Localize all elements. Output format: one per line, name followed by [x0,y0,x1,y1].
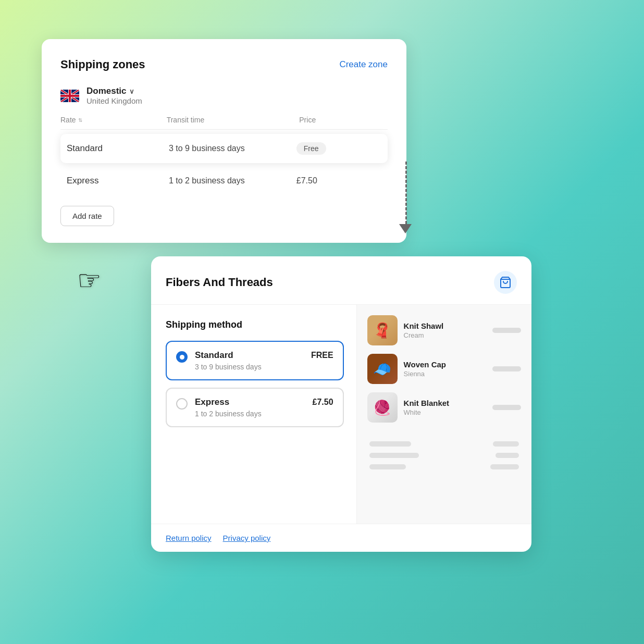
shipping-zones-card: Shipping zones Create zone Domestic ∨ Un… [42,39,406,243]
product-price-placeholder-cap [492,366,521,371]
product-item-blanket: 🧶 Knit Blanket White [367,392,521,423]
skeleton-row-1 [367,441,521,447]
add-rate-button[interactable]: Add rate [60,206,114,226]
standard-rate-price: Free [296,142,381,155]
product-name-blanket: Knit Blanket [404,399,486,407]
standard-option-price: FREE [311,351,333,360]
product-variant-shawl: Cream [404,331,486,339]
storefront-footer: Return policy Privacy policy [151,524,531,552]
rates-table: Rate ⇅ Transit time Price Standard 3 to … [60,116,388,194]
standard-option-name: Standard [195,350,233,361]
uk-flag-icon [60,90,79,102]
product-variant-cap: Sienna [404,370,486,378]
skel-3b [490,464,519,469]
shipping-zones-title: Shipping zones [60,58,145,71]
express-rate-name: Express [67,176,169,186]
chevron-down-icon: ∨ [129,88,134,95]
storefront-title: Fibers And Threads [166,276,273,289]
product-variant-blanket: White [404,408,486,416]
standard-shipping-option[interactable]: Standard FREE 3 to 9 business days [166,341,344,380]
express-option-name: Express [195,397,229,407]
standard-option-details: Standard FREE 3 to 9 business days [195,350,333,371]
express-rate-row[interactable]: Express 1 to 2 business days £7.50 [60,167,388,194]
express-option-time: 1 to 2 business days [195,410,333,418]
storefront-header: Fibers And Threads [151,256,531,305]
cursor-icon: ☞ [77,265,102,296]
express-rate-price: £7.50 [296,176,381,185]
zone-name[interactable]: Domestic ∨ [86,86,142,96]
dashed-line [405,162,407,224]
product-name-cap: Woven Cap [404,360,486,369]
express-rate-transit: 1 to 2 business days [169,176,296,185]
create-zone-button[interactable]: Create zone [339,59,388,70]
zone-info: Domestic ∨ United Kingdom [86,86,142,105]
arrow-head-icon [399,224,412,233]
products-panel: 🧣 Knit Shawl Cream 🧢 Woven Cap Sienna [357,305,531,524]
express-radio[interactable] [176,398,188,410]
skel-1a [369,441,411,447]
shipping-method-title: Shipping method [166,319,344,330]
transit-column-header: Transit time [167,116,300,124]
product-thumb-shawl: 🧣 [367,315,398,345]
rate-column-header: Rate ⇅ [60,116,167,124]
express-option-row: Express £7.50 [195,397,333,407]
skel-2b [496,453,519,458]
product-info-shawl: Knit Shawl Cream [404,321,486,339]
standard-rate-row[interactable]: Standard 3 to 9 business days Free [60,134,388,163]
product-price-placeholder-blanket [492,405,521,410]
product-thumb-cap: 🧢 [367,354,398,384]
standard-option-row: Standard FREE [195,350,333,361]
shipping-method-panel: Shipping method Standard FREE 3 to 9 bus… [151,305,357,524]
radio-inner [180,355,184,360]
express-option-details: Express £7.50 1 to 2 business days [195,397,333,418]
standard-radio[interactable] [176,351,188,363]
skel-2a [369,453,419,458]
product-item-cap: 🧢 Woven Cap Sienna [367,354,521,384]
skeleton-row-3 [367,464,521,469]
privacy-policy-link[interactable]: Privacy policy [223,534,271,542]
skel-3a [369,464,406,469]
skeleton-row-2 [367,453,521,458]
standard-option-time: 3 to 9 business days [195,363,333,371]
card-header: Shipping zones Create zone [60,58,388,71]
product-info-cap: Woven Cap Sienna [404,360,486,378]
free-badge: Free [296,142,326,155]
product-name-shawl: Knit Shawl [404,321,486,330]
express-shipping-option[interactable]: Express £7.50 1 to 2 business days [166,388,344,427]
skeleton-rows [367,431,521,469]
standard-rate-name: Standard [67,143,169,154]
product-item-shawl: 🧣 Knit Shawl Cream [367,315,521,345]
product-price-placeholder-shawl [492,328,521,333]
storefront-card: Fibers And Threads Shipping method Stand… [151,256,531,552]
zone-row: Domestic ∨ United Kingdom [60,86,388,105]
storefront-body: Shipping method Standard FREE 3 to 9 bus… [151,305,531,524]
price-column-header: Price [299,116,388,124]
rates-table-header: Rate ⇅ Transit time Price [60,116,388,130]
dashed-arrow [396,162,412,233]
return-policy-link[interactable]: Return policy [166,534,212,542]
standard-rate-transit: 3 to 9 business days [169,144,296,153]
express-option-price: £7.50 [313,398,333,407]
product-thumb-blanket: 🧶 [367,392,398,423]
product-info-blanket: Knit Blanket White [404,399,486,416]
skel-1b [493,441,519,447]
sort-icon: ⇅ [78,117,82,123]
shopping-bag-icon [494,271,517,294]
zone-country: United Kingdom [86,96,142,105]
